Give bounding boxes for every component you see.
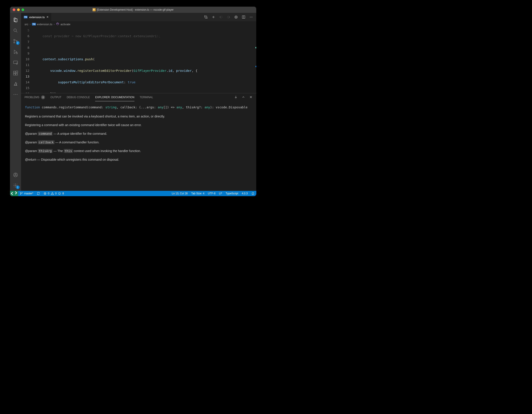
line-number: 9 xyxy=(21,51,29,56)
tab-extension-ts[interactable]: TS extension.ts × xyxy=(21,13,51,21)
minimize-window-button[interactable] xyxy=(17,9,20,11)
activity-more[interactable] xyxy=(10,89,21,100)
nav-next-button[interactable] xyxy=(227,15,230,19)
overview-ruler[interactable] xyxy=(255,27,256,93)
code-line[interactable] xyxy=(34,45,255,51)
info-count: 8 xyxy=(62,192,64,195)
close-window-button[interactable] xyxy=(13,9,15,11)
editor-column: TS extension.ts × src › TS xyxy=(21,13,256,191)
svg-rect-10 xyxy=(16,71,18,73)
code-line[interactable]: context.subscriptions.push( xyxy=(34,56,255,62)
tab-close-button[interactable]: × xyxy=(46,15,48,19)
feedback-button[interactable] xyxy=(250,192,256,195)
close-panel-button[interactable] xyxy=(249,95,253,100)
svg-point-16 xyxy=(15,185,16,186)
activity-settings[interactable]: 1 xyxy=(10,180,21,191)
panel-tab-problems[interactable]: PROBLEMS 8 xyxy=(25,93,45,101)
encoding[interactable]: UTF-8 xyxy=(206,192,217,195)
compare-changes-button[interactable] xyxy=(204,15,208,19)
more-actions-button[interactable] xyxy=(249,15,253,19)
sync-button[interactable] xyxy=(35,191,42,196)
svg-point-13 xyxy=(17,94,17,95)
panel-tab-label: OUTPUT xyxy=(50,96,61,99)
panel-tab-explorer-doc[interactable]: EXPLORER: DOCUMENTATION xyxy=(95,93,134,101)
settings-badge: 1 xyxy=(16,185,19,189)
remote-icon xyxy=(13,60,18,65)
code-line[interactable]: vscode.window.registerCustomEditorProvid… xyxy=(34,68,255,74)
cursor-position[interactable]: Ln 13, Col 28 xyxy=(170,192,189,195)
circle-dash-back-icon xyxy=(219,15,223,19)
play-circle-icon xyxy=(234,15,238,19)
svg-point-2 xyxy=(14,42,15,43)
code-line[interactable]: })); xyxy=(34,91,255,93)
activity-scm[interactable]: 2 xyxy=(10,36,21,46)
main-row: 2 1 xyxy=(10,13,256,191)
nav-back-button[interactable] xyxy=(211,15,215,19)
split-editor-button[interactable] xyxy=(242,15,246,19)
code-line[interactable]: supportsMultipleEditorsPerDocument: true xyxy=(34,79,255,85)
breadcrumb-symbol-label: activate xyxy=(60,23,70,26)
maximize-panel-button[interactable] xyxy=(242,95,245,100)
editor[interactable]: 5 6 7 8 9 10 11 12 13 14 15 16 const pro… xyxy=(21,27,256,93)
git-branch[interactable]: master* xyxy=(18,191,35,196)
activity-extensions[interactable] xyxy=(10,68,21,78)
svg-point-11 xyxy=(14,94,14,95)
traffic-lights xyxy=(13,9,24,11)
remote-indicator[interactable] xyxy=(10,191,18,196)
chevron-up-icon xyxy=(242,95,245,99)
arrow-left-icon xyxy=(211,15,215,19)
activity-search[interactable] xyxy=(10,25,21,36)
pin-panel-button[interactable] xyxy=(234,95,238,100)
language-mode[interactable]: TypeScript xyxy=(224,192,240,195)
code-line[interactable]: const provider = new GifPlayerProvider(c… xyxy=(34,33,255,39)
activity-azure[interactable] xyxy=(10,78,21,89)
window-title-text: [Extension Development Host] - extension… xyxy=(97,8,173,11)
svg-rect-7 xyxy=(14,71,15,73)
files-icon xyxy=(13,17,18,23)
editor-tabs: TS extension.ts × xyxy=(21,13,256,21)
azure-icon xyxy=(13,81,18,86)
error-count: 0 xyxy=(48,192,49,195)
activity-explorer[interactable] xyxy=(10,15,21,25)
activity-debug[interactable] xyxy=(10,46,21,57)
activity-bar: 2 1 xyxy=(10,13,21,191)
panel-tab-terminal[interactable]: TERMINAL xyxy=(140,93,153,101)
ts-file-icon: TS xyxy=(24,16,28,18)
circle-dash-forward-icon xyxy=(227,15,230,19)
editor-toolbar xyxy=(201,13,256,21)
git-compare-icon xyxy=(204,15,208,19)
svg-point-12 xyxy=(15,94,16,95)
panel-tab-output[interactable]: OUTPUT xyxy=(50,93,61,101)
problems-status[interactable]: 0 0 8 xyxy=(42,191,66,196)
breadcrumb-file[interactable]: TS extension.ts xyxy=(32,23,52,26)
panel-body: function commands.registerCommand(comman… xyxy=(21,101,256,191)
eol[interactable]: LF xyxy=(217,192,224,195)
panel-tab-debug[interactable]: DEBUG CONSOLE xyxy=(67,93,90,101)
activity-remote[interactable] xyxy=(10,57,21,68)
code-area[interactable]: const provider = new GifPlayerProvider(c… xyxy=(34,27,255,93)
maximize-window-button[interactable] xyxy=(21,9,24,11)
method-icon xyxy=(56,22,59,26)
nav-prev-button[interactable] xyxy=(219,15,223,19)
breadcrumb-symbol[interactable]: activate xyxy=(56,22,70,26)
breadcrumb[interactable]: src › TS extension.ts › activate xyxy=(21,21,256,27)
bottom-panel: PROBLEMS 8 OUTPUT DEBUG CONSOLE EXPLORER… xyxy=(21,93,256,191)
close-icon xyxy=(249,95,253,99)
search-icon xyxy=(13,28,18,33)
error-icon xyxy=(44,192,47,195)
status-bar: master* 0 0 8 Ln 13, Col 28 Tab Size: 4 … xyxy=(10,191,256,196)
svg-point-0 xyxy=(14,29,16,31)
doc-param: @param command — A unique identifier for… xyxy=(25,131,252,136)
ts-version[interactable]: 4.0.3 xyxy=(240,192,250,195)
svg-point-17 xyxy=(204,16,205,17)
activity-account[interactable] xyxy=(10,170,21,180)
line-number: 7 xyxy=(21,39,29,45)
svg-rect-9 xyxy=(16,73,18,75)
doc-paragraph: Registering a command with an existing c… xyxy=(25,123,252,128)
line-number: 10 xyxy=(21,56,29,62)
panel-tab-label: TERMINAL xyxy=(140,96,153,99)
doc-param: @param callback — A command handler func… xyxy=(25,140,252,145)
indentation[interactable]: Tab Size: 4 xyxy=(190,192,206,195)
breadcrumb-folder[interactable]: src xyxy=(25,23,28,26)
run-button[interactable] xyxy=(234,15,238,19)
